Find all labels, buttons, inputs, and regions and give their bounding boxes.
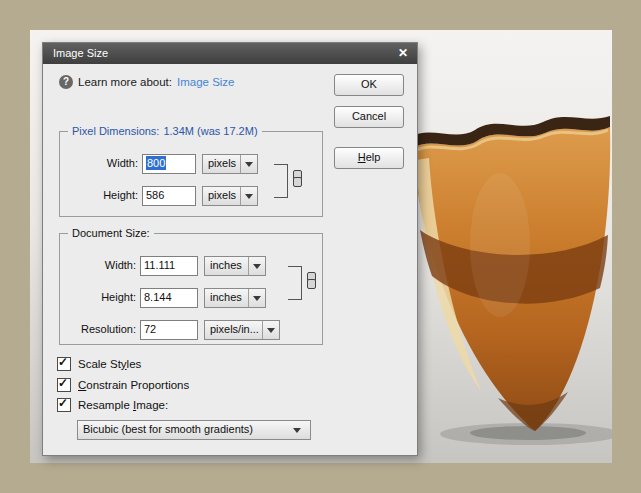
help-icon: ? — [59, 75, 73, 89]
resample-method-value: Bicubic (best for smooth gradients) — [78, 421, 284, 439]
pixel-width-value: 800 — [146, 156, 166, 170]
doc-resolution-value: 72 — [144, 323, 156, 335]
dialog-title: Image Size — [53, 47, 108, 59]
constrain-proportions-checkbox[interactable] — [57, 378, 71, 392]
doc-width-field[interactable]: 11.111 — [140, 256, 198, 276]
chevron-down-icon — [240, 155, 257, 173]
chevron-down-icon — [240, 187, 257, 205]
bowl-shadow-core — [470, 426, 586, 440]
resample-image-label: Resample Image: — [78, 399, 168, 411]
doc-link-bracket — [288, 266, 302, 300]
pixel-width-field[interactable]: 800 — [142, 154, 196, 174]
doc-width-label: Width: — [60, 259, 136, 271]
learn-more-text: Learn more about: — [78, 76, 172, 88]
dialog-titlebar[interactable]: Image Size ✕ — [43, 43, 417, 64]
doc-resolution-label: Resolution: — [60, 323, 136, 335]
resample-image-checkbox[interactable] — [57, 398, 71, 412]
constrain-proportions-option[interactable]: Constrain Proportions — [57, 378, 189, 392]
doc-resolution-unit-dropdown[interactable]: pixels/in... — [204, 320, 280, 340]
doc-height-value: 8.144 — [144, 291, 172, 303]
pixel-width-unit-dropdown[interactable]: pixels — [202, 154, 258, 174]
resample-method-dropdown[interactable]: Bicubic (best for smooth gradients) — [77, 420, 311, 440]
pixel-height-unit-value: pixels — [203, 187, 240, 205]
pixel-link-bracket — [274, 164, 288, 198]
close-icon[interactable]: ✕ — [395, 43, 411, 64]
pixel-height-field[interactable]: 586 — [142, 186, 196, 206]
resample-image-option[interactable]: Resample Image: — [57, 398, 168, 412]
link-icon — [293, 170, 302, 188]
link-icon — [307, 272, 316, 290]
ok-button[interactable]: OK — [334, 74, 404, 96]
doc-resolution-unit-value: pixels/in... — [205, 321, 262, 339]
chevron-down-icon — [248, 257, 265, 275]
chevron-down-icon — [284, 421, 310, 439]
image-size-dialog: Image Size ✕ ? Learn more about: Image S… — [42, 42, 418, 456]
pixel-height-label: Height: — [62, 189, 138, 201]
pixel-width-unit-value: pixels — [203, 155, 240, 173]
scale-styles-option[interactable]: Scale Styles — [57, 357, 141, 371]
pixel-dimensions-title: Pixel Dimensions:1.34M (was 17.2M) — [68, 125, 262, 137]
doc-height-field[interactable]: 8.144 — [140, 288, 198, 308]
chevron-down-icon — [262, 321, 279, 339]
cancel-button[interactable]: Cancel — [334, 106, 404, 128]
document-size-title: Document Size: — [68, 227, 154, 239]
image-size-link[interactable]: Image Size — [177, 76, 235, 88]
doc-resolution-field[interactable]: 72 — [140, 320, 198, 340]
pixel-height-value: 586 — [146, 189, 164, 201]
bowl-sheen — [470, 173, 530, 317]
help-button[interactable]: Help — [334, 147, 404, 169]
pixel-dimensions-group: Pixel Dimensions:1.34M (was 17.2M) Width… — [59, 131, 323, 217]
pixel-width-label: Width: — [62, 157, 138, 169]
constrain-proportions-label: Constrain Proportions — [78, 379, 189, 391]
chevron-down-icon — [248, 289, 265, 307]
doc-height-unit-dropdown[interactable]: inches — [204, 288, 266, 308]
pixel-dimensions-size-info: 1.34M (was 17.2M) — [163, 125, 257, 137]
pixel-dimensions-label: Pixel Dimensions: — [72, 125, 159, 137]
scale-styles-checkbox[interactable] — [57, 357, 71, 371]
document-size-group: Document Size: Width: 11.111 inches Heig… — [59, 233, 323, 345]
pixel-height-unit-dropdown[interactable]: pixels — [202, 186, 258, 206]
doc-width-unit-dropdown[interactable]: inches — [204, 256, 266, 276]
learn-more-row: ? Learn more about: Image Size — [59, 74, 235, 90]
doc-width-value: 11.111 — [144, 259, 175, 271]
doc-width-unit-value: inches — [205, 257, 248, 275]
doc-height-label: Height: — [60, 291, 136, 303]
doc-height-unit-value: inches — [205, 289, 248, 307]
scale-styles-label: Scale Styles — [78, 358, 141, 370]
